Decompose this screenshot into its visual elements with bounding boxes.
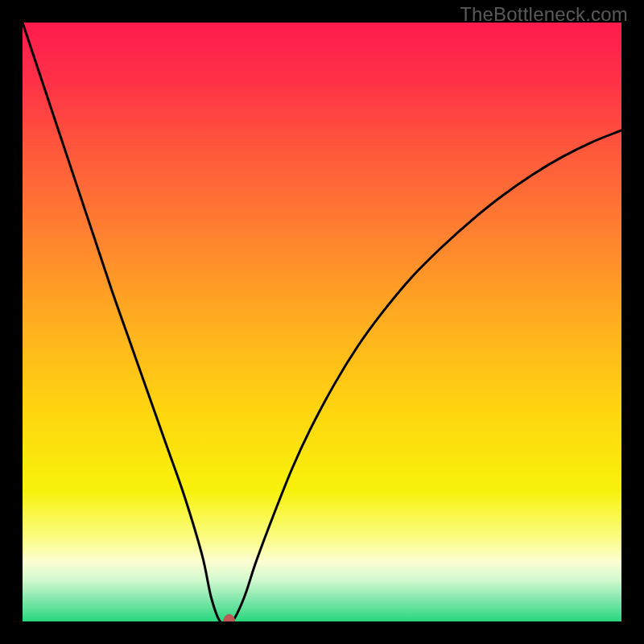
plot-svg [23, 23, 621, 621]
watermark-text: TheBottleneck.com [460, 3, 628, 26]
plot-area [23, 23, 621, 621]
chart-container: TheBottleneck.com [0, 0, 644, 644]
gradient-background [23, 23, 621, 621]
